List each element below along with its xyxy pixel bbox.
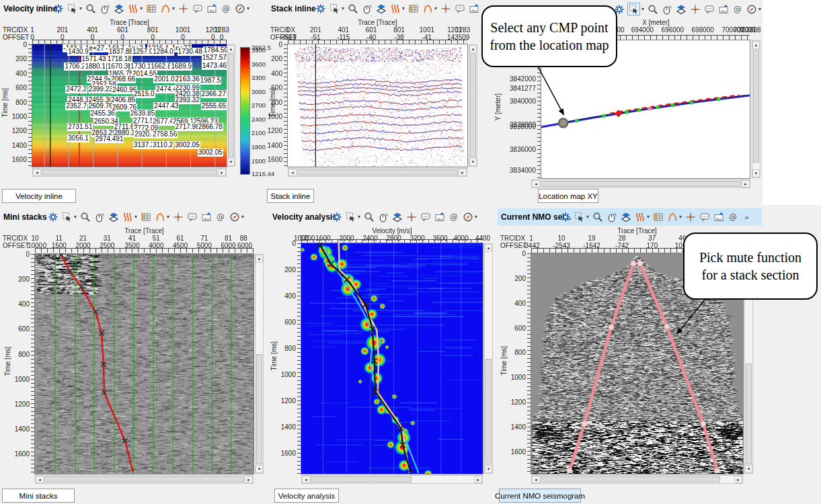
waves-icon[interactable] xyxy=(389,3,401,14)
tab-tabs.bottom.0[interactable]: Mini stacks xyxy=(2,489,75,503)
waves-icon[interactable] xyxy=(122,211,133,222)
select-tool-icon[interactable] xyxy=(67,3,78,14)
scroll-up-arrow[interactable]: ▴ xyxy=(485,244,492,252)
h-scrollbar[interactable]: ◂▸ xyxy=(531,179,750,188)
dropdown-arrow-icon[interactable]: ▾ xyxy=(402,5,405,11)
scroll-thumb[interactable] xyxy=(228,54,234,157)
scroll-right-arrow[interactable]: ▸ xyxy=(459,169,467,176)
mouse-icon[interactable] xyxy=(606,211,617,222)
scroll-thumb[interactable] xyxy=(311,476,412,482)
layers-icon[interactable] xyxy=(113,3,124,14)
zoom-tool-icon[interactable] xyxy=(347,3,358,14)
h-scrollbar[interactable]: ◂▸ xyxy=(288,168,467,177)
dropdown-arrow-icon[interactable]: ▾ xyxy=(641,6,644,12)
capture-icon[interactable]: @ xyxy=(727,211,738,222)
comment-icon[interactable] xyxy=(420,211,431,222)
scroll-down-arrow[interactable]: ▾ xyxy=(745,465,752,473)
gear-icon[interactable] xyxy=(331,211,342,222)
h-scrollbar[interactable]: ◂▸ xyxy=(301,475,483,484)
zoom-tool-icon[interactable] xyxy=(592,211,603,222)
comment-icon[interactable] xyxy=(703,3,715,15)
scroll-up-arrow[interactable]: ▴ xyxy=(256,255,263,263)
dropdown-arrow-icon[interactable]: ▾ xyxy=(241,214,244,220)
scroll-down-arrow[interactable]: ▾ xyxy=(485,465,492,473)
capture-icon[interactable]: @ xyxy=(732,3,743,15)
gear-icon[interactable] xyxy=(315,3,326,14)
waves-icon[interactable] xyxy=(127,3,139,14)
grid-table-icon[interactable] xyxy=(145,3,157,14)
zoom-tool-icon[interactable] xyxy=(85,3,96,14)
image-export-icon[interactable] xyxy=(434,211,445,222)
scroll-left-arrow[interactable]: ◂ xyxy=(532,476,540,483)
zoom-tool-icon[interactable] xyxy=(647,3,658,15)
more-tools-icon[interactable]: » xyxy=(741,211,752,222)
velocity-pick-line[interactable] xyxy=(34,253,253,473)
scroll-left-arrow[interactable]: ◂ xyxy=(532,180,540,187)
scroll-down-arrow[interactable]: ▾ xyxy=(469,158,477,166)
mouse-icon[interactable] xyxy=(361,3,373,14)
dropdown-arrow-icon[interactable]: ▾ xyxy=(74,214,77,220)
polygon-icon[interactable] xyxy=(154,211,165,222)
layers-icon[interactable] xyxy=(675,3,687,15)
dropdown-arrow-icon[interactable]: ▾ xyxy=(79,5,82,11)
tab-tabs.top.0[interactable]: Velocity inline xyxy=(2,189,76,203)
scroll-left-arrow[interactable]: ◂ xyxy=(288,169,297,176)
scroll-up-arrow[interactable]: ▴ xyxy=(752,41,760,49)
stack-section-canvas[interactable] xyxy=(288,44,467,167)
scroll-right-arrow[interactable]: ▸ xyxy=(742,180,750,187)
scroll-thumb[interactable] xyxy=(42,169,217,175)
scroll-down-arrow[interactable]: ▾ xyxy=(227,158,235,166)
dropdown-arrow-icon[interactable]: ▾ xyxy=(342,5,344,11)
dropdown-arrow-icon[interactable]: ▾ xyxy=(140,5,143,11)
scroll-up-arrow[interactable]: ▴ xyxy=(227,45,235,53)
scroll-thumb[interactable] xyxy=(256,354,262,464)
capture-icon[interactable]: @ xyxy=(214,211,226,222)
scroll-right-arrow[interactable]: ▸ xyxy=(474,476,482,483)
zoom-tool-icon[interactable] xyxy=(79,211,91,222)
scroll-left-arrow[interactable]: ◂ xyxy=(33,169,41,176)
crosshair-icon[interactable] xyxy=(178,3,189,14)
image-export-icon[interactable] xyxy=(206,3,217,14)
tab-current-nmo-seismogram[interactable]: Current NMO seismogram xyxy=(499,489,581,503)
scroll-thumb[interactable] xyxy=(746,364,752,464)
grid-table-icon[interactable] xyxy=(652,211,664,222)
select-tool-icon[interactable] xyxy=(329,3,340,14)
tab-tabs.top.1[interactable]: Stack inline xyxy=(267,189,314,203)
mouse-icon[interactable] xyxy=(661,3,672,15)
dropdown-arrow-icon[interactable]: ▾ xyxy=(134,214,137,220)
h-scrollbar[interactable]: ◂▸ xyxy=(531,475,743,484)
compass-icon[interactable] xyxy=(234,3,245,14)
comment-icon[interactable] xyxy=(192,3,203,14)
dropdown-arrow-icon[interactable]: ▾ xyxy=(172,5,175,11)
v-scrollbar[interactable]: ▴▾ xyxy=(484,243,493,474)
mouse-icon[interactable] xyxy=(93,211,105,222)
dropdown-arrow-icon[interactable]: ▾ xyxy=(679,214,682,220)
dropdown-arrow-icon[interactable]: ▾ xyxy=(586,214,589,220)
dropdown-arrow-icon[interactable]: ▾ xyxy=(167,214,169,220)
dropdown-arrow-icon[interactable]: ▾ xyxy=(247,5,249,11)
select-tool-icon[interactable] xyxy=(61,211,73,222)
image-export-icon[interactable] xyxy=(713,211,724,222)
h-scrollbar[interactable]: ◂▸ xyxy=(35,475,253,484)
polygon-icon[interactable] xyxy=(666,211,678,222)
image-export-icon[interactable] xyxy=(468,3,479,14)
scroll-down-arrow[interactable]: ▾ xyxy=(256,465,263,473)
comment-icon[interactable] xyxy=(699,211,710,222)
comment-icon[interactable] xyxy=(186,211,198,222)
v-scrollbar[interactable]: ▴▾ xyxy=(255,254,264,474)
zoom-tool-icon[interactable] xyxy=(363,211,375,222)
crosshair-icon[interactable] xyxy=(172,211,184,222)
layers-icon[interactable] xyxy=(391,211,403,222)
v-scrollbar[interactable]: ▴▾ xyxy=(469,44,477,167)
scroll-thumb[interactable] xyxy=(541,476,720,482)
select-tool-icon[interactable] xyxy=(574,211,585,222)
v-scrollbar[interactable]: ▴▾ xyxy=(227,44,235,167)
scroll-thumb[interactable] xyxy=(44,476,244,482)
velocity-picks-overlay[interactable] xyxy=(301,243,482,473)
crosshair-icon[interactable] xyxy=(440,3,451,14)
scroll-right-arrow[interactable]: ▸ xyxy=(218,169,226,176)
dropdown-arrow-icon[interactable]: ▾ xyxy=(475,214,477,220)
grid-table-icon[interactable] xyxy=(407,3,419,14)
polygon-icon[interactable] xyxy=(159,3,171,14)
h-scrollbar[interactable]: ◂▸ xyxy=(32,168,227,177)
